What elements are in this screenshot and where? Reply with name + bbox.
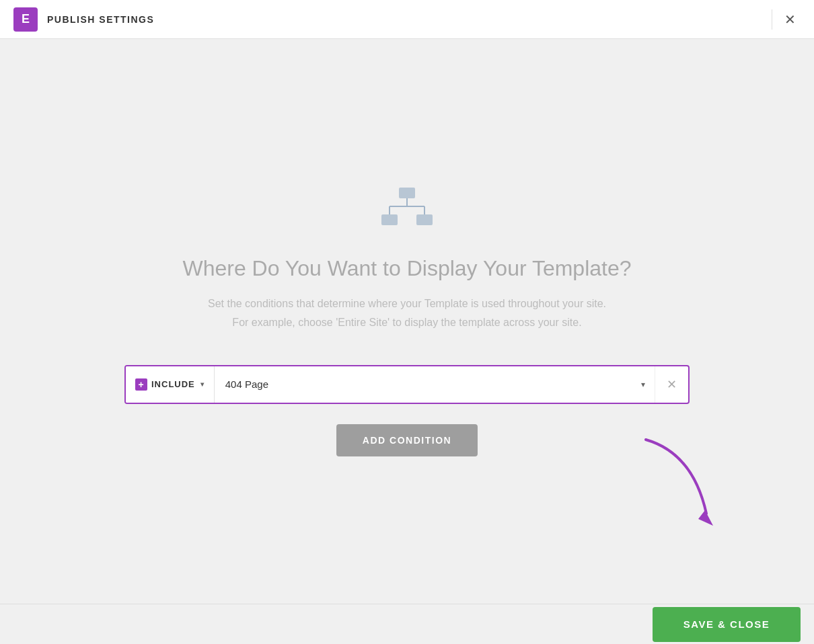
svg-rect-6 bbox=[416, 214, 433, 225]
save-close-button[interactable]: SAVE & CLOSE bbox=[653, 607, 801, 642]
main-heading: Where Do You Want to Display Your Templa… bbox=[182, 256, 631, 281]
close-button[interactable]: ✕ bbox=[779, 9, 801, 30]
svg-rect-0 bbox=[399, 188, 415, 198]
include-plus-icon: + bbox=[135, 378, 147, 391]
svg-rect-5 bbox=[381, 214, 398, 225]
header: E PUBLISH SETTINGS ✕ bbox=[0, 0, 814, 39]
main-subtitle: Set the conditions that determine where … bbox=[208, 294, 606, 331]
include-button[interactable]: + INCLUDE ▾ bbox=[126, 366, 215, 403]
header-logo: E bbox=[13, 7, 38, 32]
condition-select-wrapper: 404 Page Entire Site Front Page Archive … bbox=[215, 366, 655, 403]
network-icon bbox=[380, 186, 434, 229]
header-left: E PUBLISH SETTINGS bbox=[13, 7, 154, 32]
header-title: PUBLISH SETTINGS bbox=[47, 14, 154, 25]
footer: SAVE & CLOSE bbox=[0, 604, 814, 644]
delete-icon: ✕ bbox=[667, 377, 677, 392]
condition-select[interactable]: 404 Page Entire Site Front Page Archive … bbox=[215, 366, 655, 403]
svg-marker-7 bbox=[698, 510, 713, 526]
arrow-annotation bbox=[626, 426, 747, 550]
condition-row: + INCLUDE ▾ 404 Page Entire Site Front P… bbox=[124, 365, 690, 404]
condition-delete-button[interactable]: ✕ bbox=[655, 366, 688, 403]
add-condition-button[interactable]: ADD CONDITION bbox=[336, 424, 478, 456]
include-chevron-icon: ▾ bbox=[200, 380, 205, 388]
header-divider bbox=[772, 9, 772, 30]
main-content: Where Do You Want to Display Your Templa… bbox=[0, 39, 814, 604]
